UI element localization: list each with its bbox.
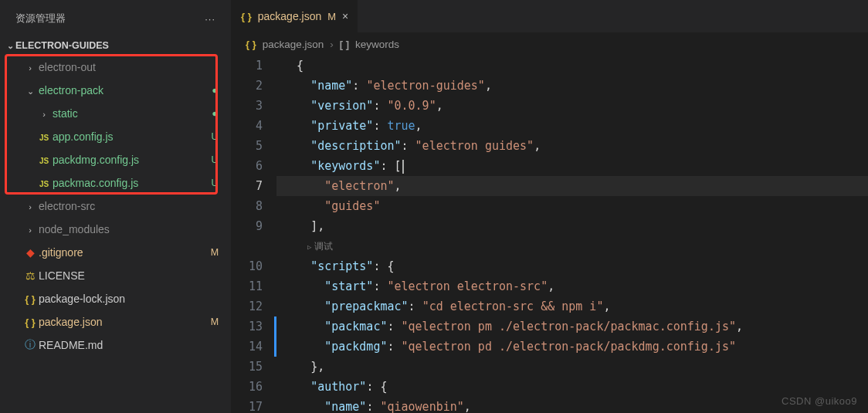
file-tree: ›electron-out⌄electron-pack●›static●JSap… (0, 54, 231, 357)
debug-codelens[interactable]: ▷调试 (307, 236, 333, 257)
tree-item-label: LICENSE (39, 269, 208, 282)
file-row[interactable]: ◆.gitignoreM (0, 241, 231, 264)
git-icon: ◆ (26, 246, 35, 259)
js-icon: JS (39, 157, 49, 165)
tree-item-label: electron-out (39, 61, 208, 73)
tree-item-label: electron-pack (39, 84, 208, 96)
breadcrumb[interactable]: { } package.json › [ ] keywords (232, 32, 868, 56)
tab-status: M (327, 11, 336, 22)
git-status-badge: U (208, 131, 222, 142)
license-icon: ⚖ (25, 269, 36, 282)
close-icon[interactable]: × (342, 10, 348, 22)
tree-item-label: electron-src (39, 200, 208, 212)
code-editor[interactable]: 123456789 1011121314151617 ▷调试 { "name":… (232, 56, 868, 413)
tree-item-label: packmac.config.js (53, 177, 208, 189)
code-line[interactable]: "name": "electron-guides", (276, 76, 868, 96)
code-line[interactable]: "name": "qiaowenbin", (276, 397, 868, 413)
code-line[interactable]: }, (276, 357, 868, 377)
file-row[interactable]: JSpackmac.config.jsU (0, 171, 231, 195)
code-line[interactable]: "start": "electron electron-src", (276, 276, 868, 296)
line-gutter: 123456789 1011121314151617 (232, 56, 276, 413)
file-row[interactable]: JSapp.config.jsU (0, 125, 231, 148)
git-status-badge: M (208, 317, 222, 327)
code-line[interactable]: "description": "electron guides", (276, 136, 868, 156)
code-line[interactable]: "electron", (276, 176, 868, 196)
tab-package-json[interactable]: { } package.json M × (232, 0, 358, 32)
editor-area: { } package.json M × { } package.json › … (232, 0, 868, 413)
folder-row[interactable]: ›electron-src (0, 195, 231, 218)
tree-item-label: app.config.js (53, 130, 208, 143)
tab-bar: { } package.json M × (232, 0, 868, 32)
code-line[interactable]: ], (276, 216, 868, 236)
code-line[interactable]: "scripts": { (276, 256, 868, 276)
tree-item-label: node_modules (39, 223, 208, 235)
info-icon: ⓘ (25, 338, 36, 350)
json-icon: { } (246, 39, 256, 50)
code-line[interactable]: "version": "0.0.9", (276, 96, 868, 116)
project-name: ELECTRON-GUIDES (15, 40, 109, 51)
tree-item-label: README.md (39, 339, 208, 351)
project-header[interactable]: ⌄ ELECTRON-GUIDES (0, 37, 231, 54)
breadcrumb-file: package.json (263, 39, 324, 50)
array-icon: [ ] (340, 39, 349, 50)
play-icon: ▷ (307, 243, 311, 251)
explorer-header: 资源管理器 ··· (0, 0, 231, 37)
folder-row[interactable]: ›node_modules (0, 218, 231, 241)
file-row[interactable]: { }package-lock.json (0, 287, 231, 310)
code-line[interactable]: "keywords": [ (276, 156, 868, 176)
folder-row[interactable]: ›static● (0, 102, 231, 125)
watermark: CSDN @uikoo9 (782, 395, 857, 407)
code-content[interactable]: ▷调试 { "name": "electron-guides", "versio… (276, 56, 868, 413)
tree-item-label: .gitignore (39, 246, 208, 259)
code-line[interactable]: "packmac": "qelectron pm ./electron-pack… (274, 317, 868, 337)
chevron-right-icon: › (25, 63, 36, 73)
file-row[interactable]: JSpackdmg.config.jsU (0, 148, 231, 171)
file-row[interactable]: ⚖LICENSE (0, 264, 231, 287)
code-line[interactable]: "packdmg": "qelectron pd ./electron-pack… (274, 337, 868, 357)
tree-item-label: package.json (39, 316, 208, 328)
more-icon[interactable]: ··· (205, 13, 215, 25)
code-line[interactable]: { (276, 56, 868, 76)
explorer-title: 资源管理器 (15, 12, 66, 25)
code-line[interactable]: "private": true, (276, 116, 868, 136)
folder-row[interactable]: ⌄electron-pack● (0, 79, 231, 102)
json-icon: { } (25, 293, 36, 305)
chevron-right-icon: › (25, 202, 36, 212)
tree-item-label: static (53, 107, 208, 120)
code-line[interactable]: "guides" (276, 196, 868, 216)
file-row[interactable]: ⓘREADME.md (0, 333, 231, 357)
breadcrumb-symbol: keywords (355, 39, 399, 50)
file-row[interactable]: { }package.jsonM (0, 310, 231, 333)
chevron-right-icon: › (25, 225, 36, 235)
chevron-down-icon: ⌄ (25, 86, 36, 96)
code-line[interactable]: "author": { (276, 377, 868, 397)
explorer-sidebar: 资源管理器 ··· ⌄ ELECTRON-GUIDES ›electron-ou… (0, 0, 232, 413)
folder-row[interactable]: ›electron-out (0, 56, 231, 79)
code-line[interactable]: "prepackmac": "cd electron-src && npm i"… (276, 296, 868, 317)
git-status-badge: U (208, 178, 222, 188)
js-icon: JS (39, 180, 49, 188)
chevron-down-icon: ⌄ (5, 41, 15, 51)
js-icon: JS (39, 134, 49, 142)
tree-item-label: package-lock.json (39, 293, 208, 305)
git-status-badge: M (208, 247, 222, 258)
chevron-right-icon: › (39, 110, 49, 119)
json-icon: { } (25, 317, 36, 328)
json-icon: { } (241, 11, 252, 22)
git-status-badge: U (208, 154, 222, 165)
chevron-right-icon: › (330, 39, 334, 50)
tree-item-label: packdmg.config.js (53, 154, 208, 166)
tab-label: package.json (258, 10, 322, 22)
